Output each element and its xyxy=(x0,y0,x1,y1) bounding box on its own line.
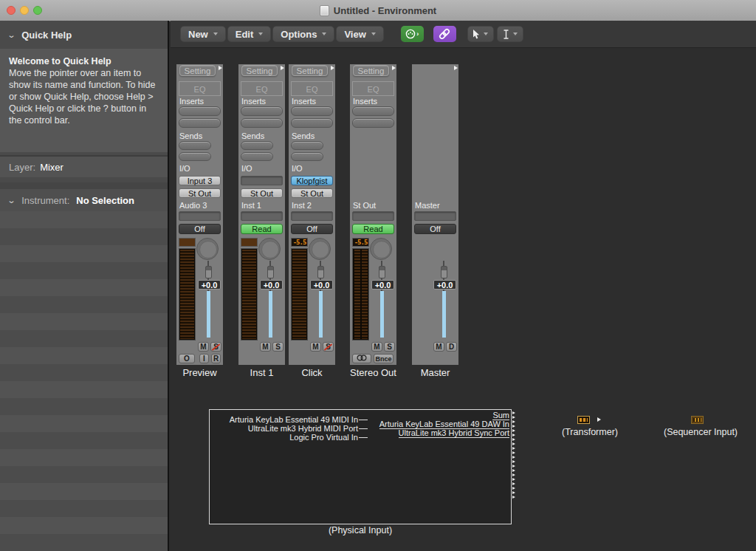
insert-slot[interactable] xyxy=(352,118,394,128)
output-slot[interactable]: St Out xyxy=(179,188,221,198)
transformer-label[interactable]: (Transformer) xyxy=(535,427,645,437)
peak-level-display[interactable]: -5.5 xyxy=(291,238,308,247)
midi-pin-icon[interactable] xyxy=(392,66,396,70)
menu-edit[interactable]: Edit xyxy=(227,26,272,42)
fader-value[interactable]: +0.0 xyxy=(433,280,456,290)
channel-strip-inst-1[interactable]: SettingEQInsertsSendsI/OSt OutInst 1Read… xyxy=(238,64,285,365)
channel-setting-button[interactable]: Setting xyxy=(353,65,389,76)
automation-mode-button[interactable]: Read xyxy=(241,224,283,234)
fader-handle[interactable] xyxy=(441,266,447,278)
output-pin-icon[interactable] xyxy=(512,411,515,414)
input-slot[interactable]: Input 3 xyxy=(179,176,221,185)
stereo-format-button[interactable] xyxy=(352,354,371,363)
physical-input-label[interactable]: (Physical Input) xyxy=(305,525,416,535)
channel-option-button[interactable]: R xyxy=(211,354,221,363)
port-label[interactable]: UltraLite mk3 Hybrid MIDI Port xyxy=(211,425,368,433)
group-slot[interactable] xyxy=(291,211,333,221)
channel-strip-click[interactable]: SettingEQInsertsSendsI/OKlopfgistSt OutI… xyxy=(289,64,335,365)
send-slot[interactable] xyxy=(241,141,273,150)
eq-slot[interactable]: EQ xyxy=(179,81,221,96)
strip-name-label[interactable]: Master xyxy=(412,367,458,378)
input-slot[interactable] xyxy=(241,176,283,185)
pan-knob[interactable] xyxy=(258,238,281,260)
mute-button[interactable]: M xyxy=(371,342,382,352)
insert-slot[interactable] xyxy=(291,118,333,128)
fader-value[interactable]: +0.0 xyxy=(371,280,394,290)
automation-mode-button[interactable]: Off xyxy=(291,224,333,234)
link-button[interactable] xyxy=(433,26,456,42)
insert-slot[interactable] xyxy=(241,106,283,116)
eq-slot[interactable]: EQ xyxy=(241,81,283,96)
mute-button[interactable]: M xyxy=(310,342,321,352)
midi-pin-icon[interactable] xyxy=(281,66,284,70)
output-pin-icon[interactable] xyxy=(512,429,515,432)
fader-handle[interactable] xyxy=(267,266,274,278)
output-pin-icon[interactable] xyxy=(512,491,515,494)
physical-input-object[interactable]: Sum Arturia KeyLab Essential 49 MIDI In … xyxy=(209,409,512,524)
output-pin-icon[interactable] xyxy=(597,417,601,422)
fader-handle[interactable] xyxy=(317,266,324,278)
fader-handle[interactable] xyxy=(379,266,385,278)
strip-name-label[interactable]: Inst 1 xyxy=(238,367,285,378)
menu-options[interactable]: Options xyxy=(272,26,334,42)
output-pin-icon[interactable] xyxy=(512,434,515,437)
output-pin-icon[interactable] xyxy=(512,447,515,450)
fader-track[interactable] xyxy=(269,291,272,338)
fader-value[interactable]: +0.0 xyxy=(260,280,283,290)
output-pin-icon[interactable] xyxy=(512,482,515,485)
insert-slot[interactable] xyxy=(291,106,333,116)
sequencer-input-object[interactable] xyxy=(691,416,704,424)
pan-knob[interactable] xyxy=(309,238,331,260)
fader-value[interactable]: +0.0 xyxy=(198,280,221,290)
solo-button[interactable]: D xyxy=(446,342,457,352)
group-slot[interactable] xyxy=(179,211,221,221)
output-pin-icon[interactable] xyxy=(512,465,515,468)
output-pin-icon[interactable] xyxy=(512,469,515,472)
fader-handle[interactable] xyxy=(205,266,212,278)
channel-option-button[interactable]: I xyxy=(199,354,209,363)
input-slot[interactable]: Klopfgist xyxy=(291,176,333,185)
channel-setting-button[interactable]: Setting xyxy=(292,65,328,76)
fader-value[interactable]: +0.0 xyxy=(310,280,333,290)
peak-level-display[interactable] xyxy=(241,238,258,247)
port-label[interactable]: Arturia KeyLab Essential 49 MIDI In xyxy=(211,416,368,424)
fader-track[interactable] xyxy=(207,291,210,338)
automation-mode-button[interactable]: Off xyxy=(414,224,456,234)
output-pin-icon[interactable] xyxy=(512,438,515,441)
insert-slot[interactable] xyxy=(352,106,394,116)
port-label[interactable]: UltraLite mk3 Hybrid Sync Port xyxy=(399,429,509,438)
fader-track[interactable] xyxy=(442,291,446,338)
pan-knob[interactable] xyxy=(370,238,392,260)
send-slot[interactable] xyxy=(241,152,273,161)
menu-new[interactable]: New xyxy=(180,26,226,42)
port-label[interactable]: Logic Pro Virtual In xyxy=(211,434,368,442)
output-pin-icon[interactable] xyxy=(512,420,515,423)
eq-slot[interactable]: EQ xyxy=(352,81,394,96)
send-slot[interactable] xyxy=(179,152,211,161)
quick-help-disclosure[interactable]: ⌄ Quick Help xyxy=(0,21,168,49)
peak-level-display[interactable] xyxy=(179,238,196,247)
output-pin-icon[interactable] xyxy=(512,456,515,459)
send-slot[interactable] xyxy=(291,141,323,150)
midi-thru-button[interactable]: › xyxy=(401,26,424,42)
output-pin-column[interactable] xyxy=(512,411,515,500)
instrument-disclosure[interactable]: ⌄ Instrument: No Selection xyxy=(0,182,168,211)
transformer-object[interactable] xyxy=(577,416,590,424)
output-slot[interactable]: St Out xyxy=(291,188,333,198)
output-pin-icon[interactable] xyxy=(512,460,515,463)
output-pin-icon[interactable] xyxy=(512,416,515,419)
peak-level-display[interactable]: -5.5 xyxy=(352,238,369,247)
environment-canvas[interactable]: SettingEQInsertsSendsI/OInput 3St OutAud… xyxy=(171,48,756,551)
pointer-tool-button[interactable] xyxy=(467,26,494,42)
channel-option-button[interactable]: O xyxy=(179,354,195,363)
output-pin-icon[interactable] xyxy=(512,478,515,481)
midi-pin-icon[interactable] xyxy=(454,66,458,70)
channel-strip-preview[interactable]: SettingEQInsertsSendsI/OInput 3St OutAud… xyxy=(176,64,223,365)
channel-setting-button[interactable]: Setting xyxy=(179,65,216,76)
solo-button[interactable]: S xyxy=(384,342,395,352)
output-pin-icon[interactable] xyxy=(512,487,515,490)
output-pin-icon[interactable] xyxy=(512,473,515,476)
mute-button[interactable]: M xyxy=(260,342,271,352)
output-pin-icon[interactable] xyxy=(512,451,515,454)
mute-button[interactable]: M xyxy=(198,342,209,352)
